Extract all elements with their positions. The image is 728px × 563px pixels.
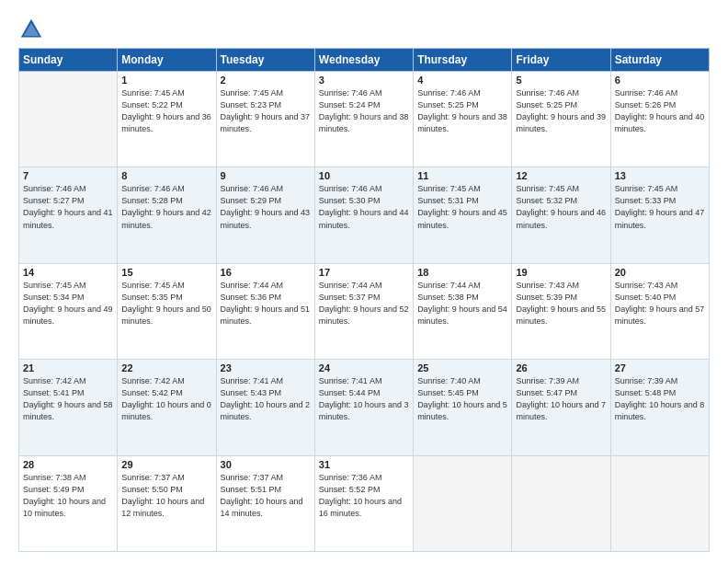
day-number: 31	[319, 459, 409, 470]
day-number: 16	[221, 267, 311, 278]
day-number: 29	[121, 459, 211, 470]
calendar-week-row: 21Sunrise: 7:42 AMSunset: 5:41 PMDayligh…	[19, 360, 710, 455]
calendar-cell: 9Sunrise: 7:46 AMSunset: 5:29 PMDaylight…	[216, 167, 314, 263]
calendar-table: SundayMondayTuesdayWednesdayThursdayFrid…	[18, 48, 710, 552]
weekday-header: Wednesday	[314, 49, 413, 72]
day-number: 30	[221, 459, 311, 470]
calendar-cell: 21Sunrise: 7:42 AMSunset: 5:41 PMDayligh…	[19, 360, 118, 455]
calendar-week-row: 7Sunrise: 7:46 AMSunset: 5:27 PMDaylight…	[19, 167, 710, 263]
calendar-cell: 1Sunrise: 7:45 AMSunset: 5:22 PMDaylight…	[118, 72, 216, 167]
day-number: 22	[121, 362, 211, 373]
day-number: 21	[23, 362, 113, 373]
weekday-header-row: SundayMondayTuesdayWednesdayThursdayFrid…	[19, 49, 710, 72]
day-number: 11	[417, 170, 507, 181]
calendar-cell: 6Sunrise: 7:46 AMSunset: 5:26 PMDaylight…	[610, 72, 709, 167]
calendar-cell: 25Sunrise: 7:40 AMSunset: 5:45 PMDayligh…	[414, 360, 512, 455]
calendar-week-row: 28Sunrise: 7:38 AMSunset: 5:49 PMDayligh…	[19, 455, 710, 551]
day-number: 5	[516, 75, 606, 86]
calendar-cell	[19, 72, 118, 167]
calendar-cell: 2Sunrise: 7:45 AMSunset: 5:23 PMDaylight…	[216, 72, 314, 167]
day-info: Sunrise: 7:41 AMSunset: 5:44 PMDaylight:…	[319, 375, 409, 423]
day-number: 26	[516, 362, 606, 373]
day-info: Sunrise: 7:46 AMSunset: 5:27 PMDaylight:…	[23, 183, 113, 231]
calendar-cell: 10Sunrise: 7:46 AMSunset: 5:30 PMDayligh…	[314, 167, 413, 263]
day-number: 13	[615, 170, 705, 181]
day-number: 28	[23, 459, 113, 470]
day-info: Sunrise: 7:42 AMSunset: 5:41 PMDaylight:…	[23, 375, 113, 423]
day-info: Sunrise: 7:41 AMSunset: 5:43 PMDaylight:…	[221, 375, 311, 423]
calendar-cell: 15Sunrise: 7:45 AMSunset: 5:35 PMDayligh…	[118, 263, 216, 359]
day-info: Sunrise: 7:43 AMSunset: 5:39 PMDaylight:…	[516, 280, 606, 327]
calendar-cell: 17Sunrise: 7:44 AMSunset: 5:37 PMDayligh…	[314, 263, 413, 359]
day-number: 17	[319, 267, 409, 278]
calendar-cell: 11Sunrise: 7:45 AMSunset: 5:31 PMDayligh…	[414, 167, 512, 263]
day-info: Sunrise: 7:36 AMSunset: 5:52 PMDaylight:…	[319, 472, 409, 520]
day-info: Sunrise: 7:39 AMSunset: 5:48 PMDaylight:…	[615, 375, 705, 423]
day-number: 9	[221, 170, 311, 181]
day-number: 7	[23, 170, 113, 181]
weekday-header: Tuesday	[216, 49, 314, 72]
day-number: 27	[615, 362, 705, 373]
calendar-week-row: 1Sunrise: 7:45 AMSunset: 5:22 PMDaylight…	[19, 72, 710, 167]
day-info: Sunrise: 7:46 AMSunset: 5:30 PMDaylight:…	[319, 183, 409, 231]
calendar-cell: 31Sunrise: 7:36 AMSunset: 5:52 PMDayligh…	[314, 455, 413, 551]
day-number: 19	[516, 267, 606, 278]
day-number: 6	[615, 75, 705, 86]
day-number: 18	[417, 267, 507, 278]
day-number: 20	[615, 267, 705, 278]
calendar-cell: 28Sunrise: 7:38 AMSunset: 5:49 PMDayligh…	[19, 455, 118, 551]
day-info: Sunrise: 7:44 AMSunset: 5:38 PMDaylight:…	[417, 280, 507, 327]
calendar-cell: 18Sunrise: 7:44 AMSunset: 5:38 PMDayligh…	[414, 263, 512, 359]
calendar-cell: 30Sunrise: 7:37 AMSunset: 5:51 PMDayligh…	[216, 455, 314, 551]
calendar-cell: 16Sunrise: 7:44 AMSunset: 5:36 PMDayligh…	[216, 263, 314, 359]
day-info: Sunrise: 7:45 AMSunset: 5:22 PMDaylight:…	[121, 87, 211, 135]
day-info: Sunrise: 7:43 AMSunset: 5:40 PMDaylight:…	[615, 280, 705, 327]
day-info: Sunrise: 7:38 AMSunset: 5:49 PMDaylight:…	[23, 472, 113, 520]
calendar-cell: 14Sunrise: 7:45 AMSunset: 5:34 PMDayligh…	[19, 263, 118, 359]
day-number: 15	[121, 267, 211, 278]
calendar-cell: 19Sunrise: 7:43 AMSunset: 5:39 PMDayligh…	[512, 263, 610, 359]
weekday-header: Monday	[118, 49, 216, 72]
day-number: 12	[516, 170, 606, 181]
calendar-cell	[414, 455, 512, 551]
day-info: Sunrise: 7:40 AMSunset: 5:45 PMDaylight:…	[417, 375, 507, 423]
weekday-header: Sunday	[19, 49, 118, 72]
day-info: Sunrise: 7:39 AMSunset: 5:47 PMDaylight:…	[516, 375, 606, 423]
day-info: Sunrise: 7:46 AMSunset: 5:28 PMDaylight:…	[121, 183, 211, 231]
calendar-cell: 29Sunrise: 7:37 AMSunset: 5:50 PMDayligh…	[118, 455, 216, 551]
day-info: Sunrise: 7:44 AMSunset: 5:37 PMDaylight:…	[319, 280, 409, 327]
calendar-cell: 5Sunrise: 7:46 AMSunset: 5:25 PMDaylight…	[512, 72, 610, 167]
day-number: 1	[121, 75, 211, 86]
page: SundayMondayTuesdayWednesdayThursdayFrid…	[0, 0, 728, 563]
day-number: 23	[221, 362, 311, 373]
day-number: 8	[121, 170, 211, 181]
day-info: Sunrise: 7:46 AMSunset: 5:25 PMDaylight:…	[417, 87, 507, 135]
calendar-cell: 27Sunrise: 7:39 AMSunset: 5:48 PMDayligh…	[610, 360, 709, 455]
logo-icon	[18, 17, 44, 42]
day-number: 24	[319, 362, 409, 373]
calendar-cell: 20Sunrise: 7:43 AMSunset: 5:40 PMDayligh…	[610, 263, 709, 359]
day-info: Sunrise: 7:45 AMSunset: 5:31 PMDaylight:…	[417, 183, 507, 231]
day-info: Sunrise: 7:44 AMSunset: 5:36 PMDaylight:…	[221, 280, 311, 327]
day-info: Sunrise: 7:45 AMSunset: 5:32 PMDaylight:…	[516, 183, 606, 231]
calendar-cell: 24Sunrise: 7:41 AMSunset: 5:44 PMDayligh…	[314, 360, 413, 455]
day-number: 4	[417, 75, 507, 86]
calendar-cell	[512, 455, 610, 551]
day-info: Sunrise: 7:46 AMSunset: 5:26 PMDaylight:…	[615, 87, 705, 135]
day-info: Sunrise: 7:42 AMSunset: 5:42 PMDaylight:…	[121, 375, 211, 423]
calendar-week-row: 14Sunrise: 7:45 AMSunset: 5:34 PMDayligh…	[19, 263, 710, 359]
weekday-header: Thursday	[414, 49, 512, 72]
calendar-cell: 23Sunrise: 7:41 AMSunset: 5:43 PMDayligh…	[216, 360, 314, 455]
weekday-header: Saturday	[610, 49, 709, 72]
day-number: 10	[319, 170, 409, 181]
day-number: 2	[221, 75, 311, 86]
day-info: Sunrise: 7:45 AMSunset: 5:34 PMDaylight:…	[23, 280, 113, 327]
calendar-cell: 4Sunrise: 7:46 AMSunset: 5:25 PMDaylight…	[414, 72, 512, 167]
day-number: 14	[23, 267, 113, 278]
day-info: Sunrise: 7:46 AMSunset: 5:25 PMDaylight:…	[516, 87, 606, 135]
weekday-header: Friday	[512, 49, 610, 72]
header	[18, 17, 710, 42]
day-number: 3	[319, 75, 409, 86]
day-info: Sunrise: 7:46 AMSunset: 5:24 PMDaylight:…	[319, 87, 409, 135]
day-info: Sunrise: 7:45 AMSunset: 5:33 PMDaylight:…	[615, 183, 705, 231]
